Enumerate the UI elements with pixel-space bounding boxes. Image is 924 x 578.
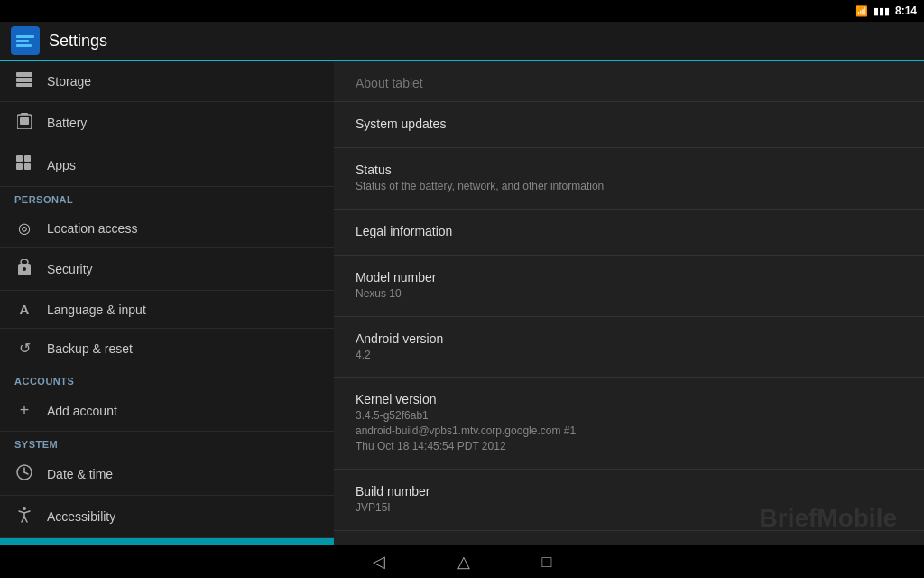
kernel-title: Kernel version	[356, 392, 902, 406]
svg-rect-5	[16, 83, 32, 87]
sidebar-label-security: Security	[47, 262, 93, 276]
svg-point-15	[23, 267, 26, 271]
android-version-sub: 4.2	[356, 348, 902, 363]
svg-line-18	[24, 472, 28, 474]
legal-title: Legal information	[356, 224, 902, 238]
sidebar-item-storage[interactable]: Storage	[0, 61, 334, 102]
content-item-model: Model number Nexus 10	[334, 256, 924, 317]
sidebar-item-about[interactable]: i About tablet	[0, 538, 334, 545]
content-item-android-version: Android version 4.2	[334, 317, 924, 378]
model-title: Model number	[356, 270, 902, 284]
sidebar-item-datetime[interactable]: Date & time	[0, 453, 334, 496]
status-bar: 📶 ▮▮▮ 8:14	[0, 0, 924, 22]
android-version-title: Android version	[356, 331, 902, 346]
location-icon: ◎	[14, 219, 34, 237]
svg-rect-3	[16, 72, 32, 77]
backup-icon: ↺	[14, 340, 34, 357]
content-panel: About tablet System updates Status Statu…	[334, 61, 924, 545]
battery-icon: ▮▮▮	[873, 5, 890, 17]
svg-rect-10	[24, 155, 31, 162]
sidebar: Storage Battery Apps	[0, 61, 334, 545]
app-icon	[11, 26, 40, 55]
section-accounts: ACCOUNTS	[0, 368, 334, 390]
svg-rect-11	[16, 163, 23, 170]
section-personal: PERSONAL	[0, 187, 334, 209]
model-sub: Nexus 10	[356, 286, 902, 302]
add-account-icon: +	[14, 401, 34, 420]
status-time: 8:14	[895, 5, 917, 17]
recents-button[interactable]: □	[542, 553, 552, 572]
svg-rect-8	[20, 117, 29, 125]
kernel-sub: 3.4.5-g52f6ab1 android-build@vpbs1.mtv.c…	[356, 408, 902, 453]
sidebar-label-accessibility: Accessibility	[47, 509, 116, 524]
sidebar-label-datetime: Date & time	[47, 467, 113, 481]
sidebar-label-add-account: Add account	[47, 404, 117, 418]
nav-bar: ◁ △ □	[0, 545, 924, 578]
title-bar: Settings	[0, 22, 924, 61]
app-title-text: Settings	[49, 32, 107, 51]
content-title: About tablet	[334, 61, 924, 102]
content-item-status[interactable]: Status Status of the battery, network, a…	[334, 148, 924, 210]
svg-rect-1	[16, 40, 29, 42]
content-item-system-updates[interactable]: System updates	[334, 102, 924, 148]
battery-sidebar-icon	[14, 113, 34, 133]
sidebar-label-storage: Storage	[47, 74, 91, 89]
svg-rect-2	[16, 44, 32, 47]
system-updates-title: System updates	[356, 117, 902, 131]
section-system: SYSTEM	[0, 432, 334, 453]
svg-point-19	[23, 507, 26, 510]
home-button[interactable]: △	[457, 552, 470, 572]
wifi-icon: 📶	[855, 5, 868, 17]
build-title: Build number	[356, 484, 902, 499]
content-item-legal[interactable]: Legal information	[334, 210, 924, 256]
storage-icon	[14, 72, 34, 90]
svg-rect-4	[16, 78, 32, 82]
sidebar-label-location: Location access	[47, 221, 137, 236]
back-button[interactable]: ◁	[373, 552, 385, 572]
datetime-icon	[14, 464, 34, 484]
status-sub: Status of the battery, network, and othe…	[356, 179, 902, 194]
sidebar-item-apps[interactable]: Apps	[0, 144, 334, 187]
sidebar-item-location[interactable]: ◎ Location access	[0, 209, 334, 248]
svg-rect-0	[16, 35, 34, 38]
svg-rect-12	[24, 163, 31, 170]
svg-rect-9	[16, 155, 23, 162]
accessibility-icon	[14, 507, 34, 527]
sidebar-label-battery: Battery	[47, 116, 87, 130]
sidebar-item-add-account[interactable]: + Add account	[0, 390, 334, 432]
apps-icon	[14, 155, 34, 175]
security-icon	[14, 259, 34, 279]
sidebar-item-battery[interactable]: Battery	[0, 102, 334, 144]
sidebar-label-language: Language & input	[47, 303, 146, 317]
content-item-kernel: Kernel version 3.4.5-g52f6ab1 android-bu…	[334, 378, 924, 469]
main-layout: Storage Battery Apps	[0, 61, 924, 545]
sidebar-item-accessibility[interactable]: Accessibility	[0, 496, 334, 538]
status-title: Status	[356, 163, 902, 177]
sidebar-label-backup: Backup & reset	[47, 341, 133, 356]
sidebar-item-backup[interactable]: ↺ Backup & reset	[0, 329, 334, 368]
language-icon: A	[14, 302, 34, 317]
watermark: BriefMobile	[760, 504, 897, 533]
sidebar-label-apps: Apps	[47, 158, 76, 172]
sidebar-item-language[interactable]: A Language & input	[0, 291, 334, 329]
sidebar-item-security[interactable]: Security	[0, 248, 334, 291]
